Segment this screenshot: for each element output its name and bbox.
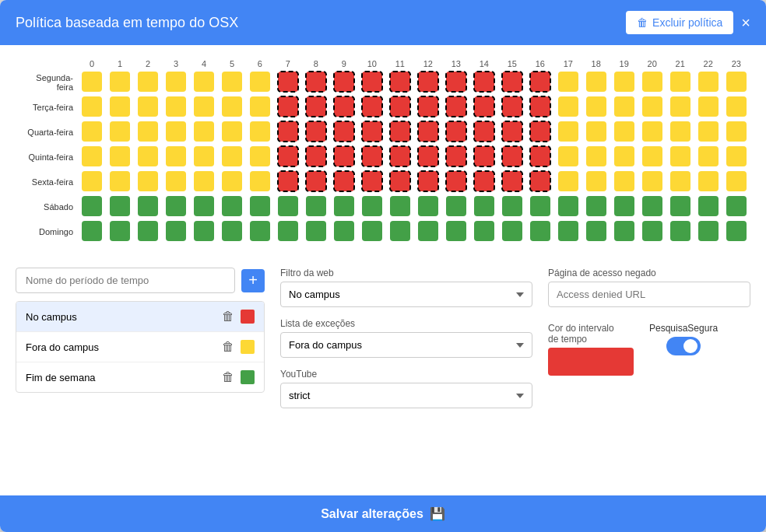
grid-cell[interactable] <box>134 120 162 145</box>
grid-cell[interactable] <box>246 170 274 194</box>
grid-cell[interactable] <box>498 95 526 120</box>
grid-cell[interactable] <box>162 120 190 145</box>
grid-cell[interactable] <box>610 170 638 194</box>
grid-cell[interactable] <box>442 70 470 95</box>
grid-cell[interactable] <box>582 70 610 95</box>
grid-cell[interactable] <box>414 145 442 170</box>
grid-cell[interactable] <box>246 120 274 145</box>
grid-cell[interactable] <box>330 194 358 219</box>
grid-cell[interactable] <box>470 219 498 244</box>
grid-cell[interactable] <box>274 194 302 219</box>
grid-cell[interactable] <box>582 194 610 219</box>
grid-cell[interactable] <box>330 170 358 194</box>
grid-cell[interactable] <box>330 120 358 145</box>
grid-cell[interactable] <box>694 170 722 194</box>
grid-cell[interactable] <box>302 95 330 120</box>
grid-cell[interactable] <box>162 170 190 194</box>
grid-cell[interactable] <box>134 219 162 244</box>
grid-cell[interactable] <box>134 194 162 219</box>
time-name-input[interactable] <box>16 268 235 293</box>
grid-cell[interactable] <box>610 95 638 120</box>
grid-cell[interactable] <box>190 95 218 120</box>
grid-cell[interactable] <box>582 145 610 170</box>
grid-cell[interactable] <box>386 194 414 219</box>
grid-cell[interactable] <box>414 170 442 194</box>
grid-cell[interactable] <box>722 219 750 244</box>
grid-cell[interactable] <box>526 70 554 95</box>
grid-cell[interactable] <box>302 145 330 170</box>
grid-cell[interactable] <box>554 95 582 120</box>
grid-cell[interactable] <box>162 95 190 120</box>
period-item[interactable]: Fim de semana🗑 <box>16 362 264 392</box>
grid-cell[interactable] <box>302 219 330 244</box>
grid-cell[interactable] <box>302 194 330 219</box>
grid-cell[interactable] <box>330 95 358 120</box>
web-filter-select[interactable]: No campusFora do campusFim de semana <box>280 282 532 307</box>
grid-cell[interactable] <box>470 194 498 219</box>
grid-cell[interactable] <box>722 95 750 120</box>
grid-cell[interactable] <box>666 145 694 170</box>
grid-cell[interactable] <box>106 70 134 95</box>
grid-cell[interactable] <box>190 194 218 219</box>
grid-cell[interactable] <box>274 145 302 170</box>
grid-cell[interactable] <box>694 145 722 170</box>
grid-cell[interactable] <box>722 120 750 145</box>
grid-cell[interactable] <box>274 219 302 244</box>
grid-cell[interactable] <box>218 219 246 244</box>
grid-cell[interactable] <box>386 145 414 170</box>
grid-cell[interactable] <box>554 219 582 244</box>
grid-cell[interactable] <box>190 219 218 244</box>
grid-cell[interactable] <box>190 170 218 194</box>
grid-cell[interactable] <box>218 170 246 194</box>
grid-cell[interactable] <box>246 70 274 95</box>
grid-cell[interactable] <box>470 170 498 194</box>
grid-cell[interactable] <box>386 219 414 244</box>
grid-cell[interactable] <box>470 120 498 145</box>
grid-cell[interactable] <box>358 70 386 95</box>
color-preview[interactable] <box>548 348 634 376</box>
grid-cell[interactable] <box>498 219 526 244</box>
grid-cell[interactable] <box>302 170 330 194</box>
grid-cell[interactable] <box>498 145 526 170</box>
grid-cell[interactable] <box>470 70 498 95</box>
grid-cell[interactable] <box>386 70 414 95</box>
grid-cell[interactable] <box>694 219 722 244</box>
grid-cell[interactable] <box>246 194 274 219</box>
grid-cell[interactable] <box>162 219 190 244</box>
grid-cell[interactable] <box>610 70 638 95</box>
grid-cell[interactable] <box>666 170 694 194</box>
grid-cell[interactable] <box>638 145 666 170</box>
grid-cell[interactable] <box>554 194 582 219</box>
grid-cell[interactable] <box>722 70 750 95</box>
grid-cell[interactable] <box>246 145 274 170</box>
grid-cell[interactable] <box>358 194 386 219</box>
grid-cell[interactable] <box>498 70 526 95</box>
delete-period-icon[interactable]: 🗑 <box>222 340 234 354</box>
grid-cell[interactable] <box>554 145 582 170</box>
grid-cell[interactable] <box>162 70 190 95</box>
exceptions-select[interactable]: No campusFora do campusFim de semana <box>280 332 532 358</box>
grid-cell[interactable] <box>78 120 106 145</box>
delete-period-icon[interactable]: 🗑 <box>222 370 234 384</box>
grid-cell[interactable] <box>582 120 610 145</box>
grid-cell[interactable] <box>218 95 246 120</box>
grid-cell[interactable] <box>274 120 302 145</box>
grid-cell[interactable] <box>526 145 554 170</box>
grid-cell[interactable] <box>78 219 106 244</box>
grid-cell[interactable] <box>610 194 638 219</box>
grid-cell[interactable] <box>638 219 666 244</box>
grid-cell[interactable] <box>610 120 638 145</box>
grid-cell[interactable] <box>78 70 106 95</box>
grid-cell[interactable] <box>246 219 274 244</box>
grid-cell[interactable] <box>386 170 414 194</box>
grid-cell[interactable] <box>498 170 526 194</box>
grid-cell[interactable] <box>106 120 134 145</box>
grid-cell[interactable] <box>442 95 470 120</box>
grid-cell[interactable] <box>694 120 722 145</box>
grid-cell[interactable] <box>526 95 554 120</box>
grid-cell[interactable] <box>442 194 470 219</box>
grid-cell[interactable] <box>190 70 218 95</box>
grid-cell[interactable] <box>78 145 106 170</box>
grid-cell[interactable] <box>470 145 498 170</box>
grid-cell[interactable] <box>526 194 554 219</box>
